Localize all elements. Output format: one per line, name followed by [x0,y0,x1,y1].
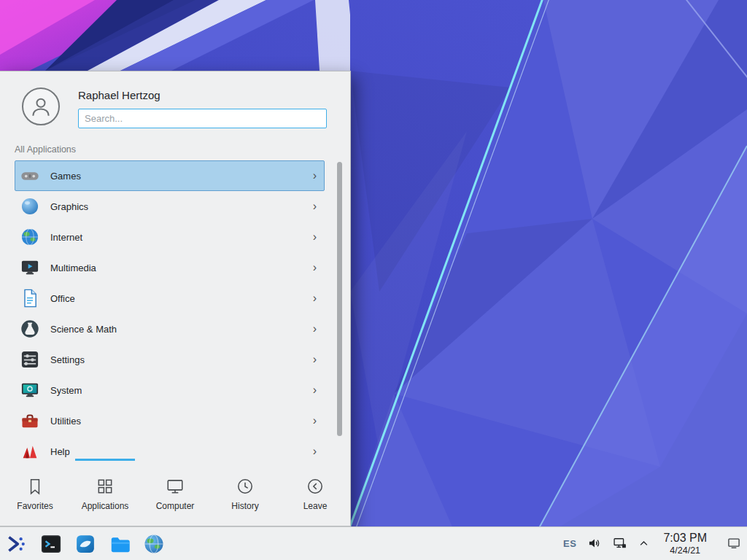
user-avatar[interactable] [22,88,60,125]
category-row-system[interactable]: System › [15,375,325,405]
web-browser-icon [143,533,165,555]
menu-tab-bar: Favorites Applications Computer His [0,459,350,526]
globe-icon [20,227,40,247]
tab-label: Computer [156,501,195,511]
category-row-utilities[interactable]: Utilities › [15,405,325,436]
category-list: Games › Graphics › Internet › [0,160,350,459]
clock-date: 4/24/21 [663,545,707,556]
user-column: Raphael Hertzog [78,88,327,128]
tab-applications[interactable]: Applications [70,459,140,526]
submenu-arrow-icon: › [313,323,321,335]
system-monitor-icon [20,380,40,400]
leave-icon [306,477,325,496]
category-row-internet[interactable]: Internet › [15,222,325,252]
keyboard-layout-indicator[interactable]: ES [563,538,576,549]
system-tray: ES [563,532,741,556]
submenu-arrow-icon: › [313,262,321,273]
submenu-arrow-icon: › [313,354,321,365]
category-row-help[interactable]: Help › [15,436,325,459]
clock-icon [236,477,255,496]
folder-button[interactable] [107,530,132,558]
category-row-office[interactable]: Office › [15,283,325,314]
clock-time: 7:03 PM [663,532,707,545]
app-launcher-menu: Raphael Hertzog All Applications Games ›… [0,71,351,526]
submenu-arrow-icon: › [313,292,321,304]
grid-icon [96,477,115,496]
menu-header: Raphael Hertzog [0,71,350,128]
volume-icon[interactable] [587,536,602,551]
tab-computer[interactable]: Computer [140,459,210,526]
flask-icon [20,319,40,339]
submenu-arrow-icon: › [313,446,321,457]
web-browser-button[interactable] [142,530,166,558]
expand-tray-icon[interactable] [638,538,649,549]
category-row-science-math[interactable]: Science & Math › [15,314,325,344]
scrollbar-thumb[interactable] [337,162,342,436]
tab-leave[interactable]: Leave [280,459,350,526]
category-label: Graphics [50,201,303,212]
submenu-arrow-icon: › [313,231,321,243]
file-manager-icon [74,533,96,555]
document-icon [20,288,40,308]
tab-label: Applications [82,501,129,511]
section-label: All Applications [15,144,350,155]
terminal-icon [40,533,62,555]
file-manager-button[interactable] [73,530,98,558]
app-launcher-button[interactable] [4,530,29,558]
terminal-button[interactable] [39,530,63,558]
bookmark-icon [26,477,44,496]
folder-icon [109,533,131,555]
search-input[interactable] [78,109,327,128]
tab-label: Leave [303,501,328,511]
category-row-graphics[interactable]: Graphics › [15,191,325,222]
submenu-arrow-icon: › [313,384,321,396]
category-label: Settings [50,354,303,365]
category-row-multimedia[interactable]: Multimedia › [15,252,325,283]
category-label: Utilities [50,416,303,427]
gamepad-icon [20,166,40,186]
person-icon [28,94,53,119]
tab-favorites[interactable]: Favorites [0,459,70,526]
sphere-icon [20,196,40,217]
category-label: Office [50,293,303,304]
submenu-arrow-icon: › [313,415,321,427]
computer-icon [166,477,185,496]
app-launcher-icon [6,533,28,555]
user-name: Raphael Hertzog [78,89,327,101]
category-label: System [50,385,303,396]
help-icon [20,441,40,459]
category-label: Science & Math [50,324,303,335]
category-label: Games [50,171,303,182]
category-label: Internet [50,232,303,243]
tab-label: History [231,501,258,511]
submenu-arrow-icon: › [313,170,321,182]
show-desktop-button[interactable] [727,536,741,551]
category-label: Help [50,446,303,457]
sliders-icon [20,349,40,370]
taskbar: ES [0,526,747,560]
category-label: Multimedia [50,262,303,273]
category-row-settings[interactable]: Settings › [15,344,325,375]
desktop: Raphael Hertzog All Applications Games ›… [0,0,747,560]
clock[interactable]: 7:03 PM 4/24/21 [663,532,707,556]
toolbox-icon [20,411,40,431]
active-tab-indicator [75,459,135,461]
category-row-games[interactable]: Games › [15,160,325,191]
network-icon[interactable] [613,536,627,551]
tab-label: Favorites [17,501,53,511]
tab-history[interactable]: History [210,459,280,526]
submenu-arrow-icon: › [313,201,321,212]
monitor-play-icon [20,257,40,278]
